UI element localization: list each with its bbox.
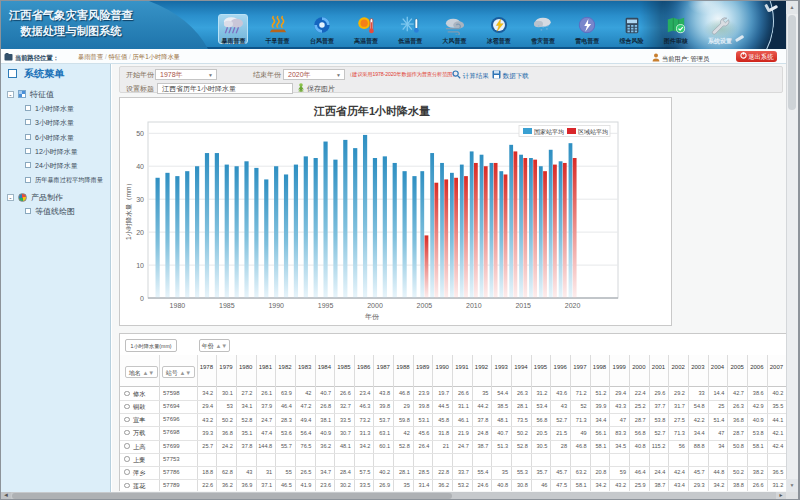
svg-text:江西省历年1小时降水量: 江西省历年1小时降水量	[313, 105, 430, 117]
svg-text:2000: 2000	[367, 302, 383, 309]
svg-text:30: 30	[136, 196, 144, 203]
svg-text:年份: 年份	[365, 313, 380, 321]
svg-text:0: 0	[140, 295, 144, 302]
svg-text:*: *	[540, 29, 542, 34]
svg-text:1980: 1980	[170, 302, 186, 309]
svg-text:2010: 2010	[466, 302, 482, 309]
svg-text:2015: 2015	[515, 302, 531, 309]
svg-text:*: *	[538, 25, 540, 30]
svg-text:2005: 2005	[417, 302, 433, 309]
svg-text:*: *	[546, 28, 548, 33]
svg-text:50: 50	[136, 130, 144, 137]
svg-text:2020: 2020	[565, 302, 581, 309]
svg-text:1995: 1995	[318, 302, 334, 309]
svg-text:10: 10	[136, 262, 144, 269]
svg-text:1小时降水量（mm）: 1小时降水量（mm）	[125, 180, 133, 240]
svg-text:国家站平均: 国家站平均	[534, 128, 564, 136]
svg-text:1990: 1990	[268, 302, 284, 309]
svg-text:*: *	[542, 26, 544, 31]
svg-text:40: 40	[136, 163, 144, 170]
svg-text:1985: 1985	[219, 302, 235, 309]
svg-text:区域站平均: 区域站平均	[578, 128, 608, 136]
svg-text:20: 20	[136, 229, 144, 236]
